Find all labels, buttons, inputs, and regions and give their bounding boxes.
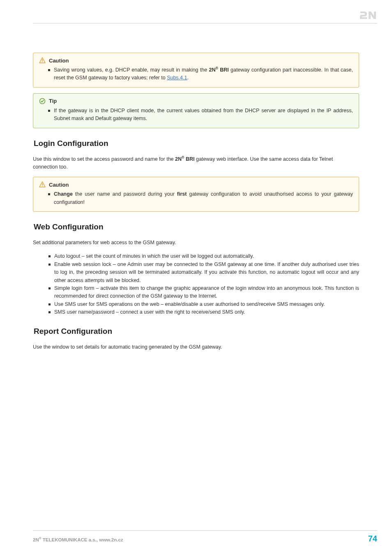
page-footer: 2N® TELEKOMUNIKACE a.s., www.2n.cz 74 <box>33 530 377 543</box>
report-config-heading: Report Configuration <box>34 327 359 336</box>
web-config-list: Auto logout – set the count of minutes i… <box>33 252 359 316</box>
tip-callout: Tip If the gateway is in the DHCP client… <box>33 93 359 128</box>
footer-company-post: TELEKOMUNIKACE a.s., www.2n.cz <box>42 537 123 542</box>
footer-company: 2N® TELEKOMUNIKACE a.s., www.2n.cz <box>33 536 123 542</box>
list-item: Use SMS user for SMS operations on the w… <box>54 301 359 308</box>
login-config-paragraph: Use this window to set the access passwo… <box>33 155 359 171</box>
web-config-paragraph: Set additional parameters for web access… <box>33 239 359 247</box>
caution-item: Saving wrong values, e.g. DHCP enable, m… <box>54 66 353 82</box>
text-bold: BRI <box>184 156 194 162</box>
check-icon <box>39 98 46 104</box>
svg-rect-1 <box>42 62 43 62</box>
page-number: 74 <box>368 534 377 543</box>
text-fragment: Saving wrong values, e.g. DHCP enable, m… <box>54 67 209 73</box>
text-fragment: Use this window to set the access passwo… <box>33 156 175 162</box>
text-bold: first <box>177 191 187 197</box>
caution-title: Caution <box>49 58 69 64</box>
caution-callout-2: Caution Change the user name and passwor… <box>33 177 359 212</box>
svg-rect-0 <box>42 59 43 61</box>
header-rule <box>33 23 377 23</box>
list-item: SMS user name/password – connect a user … <box>54 308 359 316</box>
brand-logo <box>359 11 377 21</box>
caution-item: Change the user name and password during… <box>54 190 353 206</box>
text-bold: 2N <box>209 67 215 73</box>
text-fragment: the user name and password during your <box>73 191 177 197</box>
caution-title: Caution <box>49 182 69 188</box>
list-item: Simple login form – activate this item t… <box>54 284 359 301</box>
text-bold: BRI <box>218 67 229 73</box>
text-fragment: . <box>187 75 188 81</box>
list-item: Enable web session lock – one Admin user… <box>54 261 359 284</box>
report-config-paragraph: Use the window to set details for automa… <box>33 343 359 351</box>
tip-item: If the gateway is in the DHCP client mod… <box>54 107 353 123</box>
footer-company-pre: 2N <box>33 537 39 542</box>
warning-icon <box>39 57 46 64</box>
web-config-heading: Web Configuration <box>34 222 359 231</box>
text-bold: 2N <box>175 156 182 162</box>
tip-title: Tip <box>49 98 57 104</box>
list-item: Auto logout – set the count of minutes i… <box>54 252 359 260</box>
text-bold: Change <box>54 191 73 197</box>
subs-4-1-link[interactable]: Subs.4.1 <box>167 75 187 81</box>
login-config-heading: Login Configuration <box>34 139 359 148</box>
svg-rect-4 <box>42 186 43 187</box>
caution-callout-1: Caution Saving wrong values, e.g. DHCP e… <box>33 53 359 88</box>
svg-rect-3 <box>42 183 43 185</box>
warning-icon <box>39 181 46 188</box>
